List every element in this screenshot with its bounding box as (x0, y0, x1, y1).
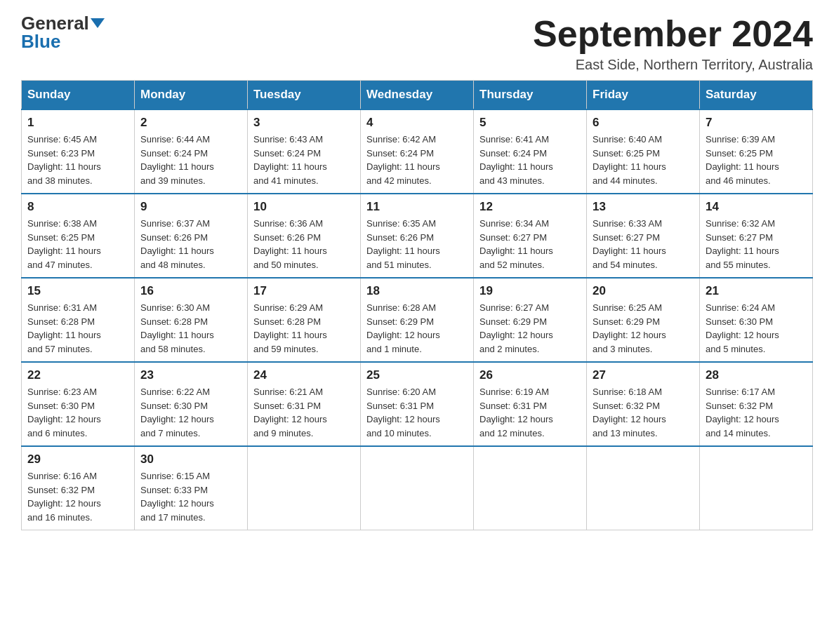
day-number: 9 (140, 200, 241, 214)
calendar-cell: 13Sunrise: 6:33 AMSunset: 6:27 PMDayligh… (587, 194, 700, 278)
day-info: Sunrise: 6:15 AMSunset: 6:33 PMDaylight:… (140, 469, 241, 524)
day-number: 1 (27, 116, 128, 130)
day-info: Sunrise: 6:28 AMSunset: 6:29 PMDaylight:… (366, 301, 468, 356)
day-number: 27 (593, 368, 694, 382)
day-info: Sunrise: 6:41 AMSunset: 6:24 PMDaylight:… (479, 133, 581, 187)
day-info: Sunrise: 6:39 AMSunset: 6:25 PMDaylight:… (706, 133, 807, 187)
day-number: 22 (27, 368, 128, 382)
logo-triangle-icon (91, 18, 105, 28)
day-info: Sunrise: 6:25 AMSunset: 6:29 PMDaylight:… (593, 301, 694, 356)
day-number: 5 (479, 116, 581, 130)
day-info: Sunrise: 6:42 AMSunset: 6:24 PMDaylight:… (366, 133, 468, 187)
day-number: 16 (140, 284, 241, 298)
calendar-cell: 16Sunrise: 6:30 AMSunset: 6:28 PMDayligh… (135, 278, 248, 362)
calendar-cell: 24Sunrise: 6:21 AMSunset: 6:31 PMDayligh… (248, 362, 361, 446)
day-info: Sunrise: 6:43 AMSunset: 6:24 PMDaylight:… (253, 133, 355, 187)
day-number: 25 (366, 368, 468, 382)
day-number: 19 (479, 284, 581, 298)
calendar-cell (248, 446, 361, 530)
day-number: 20 (593, 284, 694, 298)
day-number: 26 (479, 368, 581, 382)
day-number: 7 (706, 116, 807, 130)
calendar-cell: 6Sunrise: 6:40 AMSunset: 6:25 PMDaylight… (587, 109, 700, 194)
day-info: Sunrise: 6:30 AMSunset: 6:28 PMDaylight:… (140, 301, 241, 356)
calendar-cell: 18Sunrise: 6:28 AMSunset: 6:29 PMDayligh… (361, 278, 474, 362)
calendar-cell: 27Sunrise: 6:18 AMSunset: 6:32 PMDayligh… (587, 362, 700, 446)
day-number: 8 (27, 200, 128, 214)
calendar-header-monday: Monday (135, 81, 248, 110)
calendar-week-row-5: 29Sunrise: 6:16 AMSunset: 6:32 PMDayligh… (22, 446, 813, 530)
day-info: Sunrise: 6:36 AMSunset: 6:26 PMDaylight:… (253, 217, 355, 271)
calendar-cell: 10Sunrise: 6:36 AMSunset: 6:26 PMDayligh… (248, 194, 361, 278)
calendar-header-wednesday: Wednesday (361, 81, 474, 110)
logo-blue-text: Blue (21, 32, 60, 51)
calendar-cell: 28Sunrise: 6:17 AMSunset: 6:32 PMDayligh… (700, 362, 813, 446)
calendar-cell: 4Sunrise: 6:42 AMSunset: 6:24 PMDaylight… (361, 109, 474, 194)
day-number: 4 (366, 116, 468, 130)
day-info: Sunrise: 6:22 AMSunset: 6:30 PMDaylight:… (140, 385, 241, 440)
page-title: September 2024 (533, 14, 813, 54)
calendar-week-row-3: 15Sunrise: 6:31 AMSunset: 6:28 PMDayligh… (22, 278, 813, 362)
day-info: Sunrise: 6:37 AMSunset: 6:26 PMDaylight:… (140, 217, 241, 271)
day-info: Sunrise: 6:29 AMSunset: 6:28 PMDaylight:… (253, 301, 355, 356)
calendar-week-row-4: 22Sunrise: 6:23 AMSunset: 6:30 PMDayligh… (22, 362, 813, 446)
day-number: 6 (593, 116, 694, 130)
day-info: Sunrise: 6:38 AMSunset: 6:25 PMDaylight:… (27, 217, 128, 271)
day-number: 12 (479, 200, 581, 214)
calendar-header-sunday: Sunday (22, 81, 135, 110)
day-info: Sunrise: 6:19 AMSunset: 6:31 PMDaylight:… (479, 385, 581, 440)
calendar-cell: 12Sunrise: 6:34 AMSunset: 6:27 PMDayligh… (474, 194, 587, 278)
day-info: Sunrise: 6:24 AMSunset: 6:30 PMDaylight:… (706, 301, 807, 356)
calendar-cell: 22Sunrise: 6:23 AMSunset: 6:30 PMDayligh… (22, 362, 135, 446)
page-header: General Blue September 2024 East Side, N… (21, 14, 813, 73)
day-number: 28 (706, 368, 807, 382)
day-number: 2 (140, 116, 241, 130)
calendar-header-saturday: Saturday (700, 81, 813, 110)
day-info: Sunrise: 6:16 AMSunset: 6:32 PMDaylight:… (27, 469, 128, 524)
day-info: Sunrise: 6:21 AMSunset: 6:31 PMDaylight:… (253, 385, 355, 440)
calendar-cell: 11Sunrise: 6:35 AMSunset: 6:26 PMDayligh… (361, 194, 474, 278)
day-number: 3 (253, 116, 355, 130)
calendar-cell (700, 446, 813, 530)
calendar-week-row-1: 1Sunrise: 6:45 AMSunset: 6:23 PMDaylight… (22, 109, 813, 194)
calendar-cell: 21Sunrise: 6:24 AMSunset: 6:30 PMDayligh… (700, 278, 813, 362)
day-info: Sunrise: 6:45 AMSunset: 6:23 PMDaylight:… (27, 133, 128, 187)
calendar-cell: 25Sunrise: 6:20 AMSunset: 6:31 PMDayligh… (361, 362, 474, 446)
title-section: September 2024 East Side, Northern Terri… (533, 14, 813, 73)
day-number: 14 (706, 200, 807, 214)
day-number: 18 (366, 284, 468, 298)
calendar-cell: 7Sunrise: 6:39 AMSunset: 6:25 PMDaylight… (700, 109, 813, 194)
calendar-cell: 15Sunrise: 6:31 AMSunset: 6:28 PMDayligh… (22, 278, 135, 362)
day-info: Sunrise: 6:31 AMSunset: 6:28 PMDaylight:… (27, 301, 128, 356)
day-number: 29 (27, 452, 128, 467)
day-info: Sunrise: 6:32 AMSunset: 6:27 PMDaylight:… (706, 217, 807, 271)
day-number: 17 (253, 284, 355, 298)
day-info: Sunrise: 6:17 AMSunset: 6:32 PMDaylight:… (706, 385, 807, 440)
calendar-cell: 1Sunrise: 6:45 AMSunset: 6:23 PMDaylight… (22, 109, 135, 194)
calendar-cell: 17Sunrise: 6:29 AMSunset: 6:28 PMDayligh… (248, 278, 361, 362)
day-info: Sunrise: 6:40 AMSunset: 6:25 PMDaylight:… (593, 133, 694, 187)
day-info: Sunrise: 6:20 AMSunset: 6:31 PMDaylight:… (366, 385, 468, 440)
calendar-cell (587, 446, 700, 530)
calendar-header-thursday: Thursday (474, 81, 587, 110)
calendar-cell (361, 446, 474, 530)
calendar-cell: 5Sunrise: 6:41 AMSunset: 6:24 PMDaylight… (474, 109, 587, 194)
day-number: 23 (140, 368, 241, 382)
calendar-cell: 14Sunrise: 6:32 AMSunset: 6:27 PMDayligh… (700, 194, 813, 278)
calendar-cell (474, 446, 587, 530)
page-subtitle: East Side, Northern Territory, Australia (533, 57, 813, 73)
day-number: 10 (253, 200, 355, 214)
calendar-week-row-2: 8Sunrise: 6:38 AMSunset: 6:25 PMDaylight… (22, 194, 813, 278)
calendar-header-friday: Friday (587, 81, 700, 110)
day-info: Sunrise: 6:23 AMSunset: 6:30 PMDaylight:… (27, 385, 128, 440)
day-number: 15 (27, 284, 128, 298)
calendar-cell: 9Sunrise: 6:37 AMSunset: 6:26 PMDaylight… (135, 194, 248, 278)
day-info: Sunrise: 6:18 AMSunset: 6:32 PMDaylight:… (593, 385, 694, 440)
calendar-cell: 29Sunrise: 6:16 AMSunset: 6:32 PMDayligh… (22, 446, 135, 530)
calendar-header-row: SundayMondayTuesdayWednesdayThursdayFrid… (22, 81, 813, 110)
calendar-table: SundayMondayTuesdayWednesdayThursdayFrid… (21, 80, 813, 530)
logo-general-text: General (21, 14, 89, 32)
calendar-cell: 3Sunrise: 6:43 AMSunset: 6:24 PMDaylight… (248, 109, 361, 194)
day-number: 24 (253, 368, 355, 382)
calendar-header-tuesday: Tuesday (248, 81, 361, 110)
